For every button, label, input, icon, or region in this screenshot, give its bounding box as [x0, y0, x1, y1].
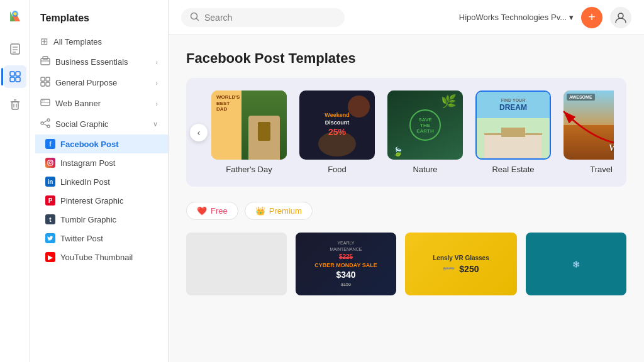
- svg-rect-11: [12, 102, 18, 109]
- category-item-real-estate[interactable]: FIND YOUR DREAM Real Estate: [475, 90, 551, 174]
- twitter-icon: [45, 233, 55, 243]
- svg-point-29: [47, 125, 50, 128]
- sidebar-item-general-purpose[interactable]: General Purpose ›: [30, 72, 168, 93]
- filter-premium-label: Premium: [269, 206, 302, 216]
- header-right: HipoWorks Technologies Pv... ▾ +: [459, 7, 631, 28]
- sidebar-item-linkedin-post[interactable]: in LinkedIn Post: [35, 172, 168, 191]
- sidebar-item-label: Pinterest Graphic: [60, 196, 123, 206]
- template-preview-row: YEARLYMAINTENANCE $225 CYBER MONDAY SALE…: [186, 233, 626, 295]
- social-graphic-sub-items: f Facebook Post Instagram Post in Linked…: [30, 134, 168, 266]
- user-profile-button[interactable]: [610, 7, 631, 28]
- svg-rect-9: [10, 77, 14, 82]
- sidebar-item-label: Web Banner: [55, 99, 101, 108]
- carousel-inner: WORLD'SBESTDAD Father's Day: [211, 90, 614, 174]
- web-banner-icon: [40, 97, 50, 109]
- sidebar-item-youtube-thumbnail[interactable]: ▶ YouTube Thumbnail: [35, 248, 168, 266]
- category-label: Father's Day: [226, 165, 272, 174]
- crown-icon: 👑: [255, 206, 265, 216]
- svg-point-28: [47, 119, 50, 121]
- sidebar-item-twitter-post[interactable]: Twitter Post: [35, 229, 168, 248]
- filter-row: ❤️ Free 👑 Premium: [186, 202, 626, 220]
- social-graphic-icon: [40, 118, 50, 130]
- template-card-cyber-monday[interactable]: YEARLYMAINTENANCE $225 CYBER MONDAY SALE…: [296, 233, 396, 295]
- search-input[interactable]: [204, 13, 336, 23]
- svg-rect-17: [43, 57, 48, 59]
- category-img-food: Weekend Discount 25%: [299, 90, 375, 160]
- sidebar-item-label: Business Essentials: [55, 57, 128, 67]
- svg-rect-10: [16, 77, 20, 82]
- all-templates-icon: ⊞: [40, 36, 48, 47]
- svg-rect-7: [10, 72, 14, 76]
- sidebar-item-label: YouTube Thumbnail: [60, 253, 133, 262]
- docs-nav-icon[interactable]: [4, 38, 26, 60]
- category-item-fathers-day[interactable]: WORLD'SBESTDAD Father's Day: [211, 90, 287, 174]
- template-card-lensly[interactable]: Lensly VR Glasses $375 $250: [405, 233, 517, 295]
- add-icon: +: [588, 10, 596, 25]
- search-box[interactable]: [181, 8, 345, 27]
- dropdown-chevron-icon: ▾: [569, 13, 574, 22]
- svg-rect-21: [41, 82, 45, 86]
- sidebar-item-label: Instagram Post: [60, 158, 115, 168]
- category-label: Real Estate: [492, 165, 534, 174]
- svg-point-24: [42, 101, 43, 102]
- sidebar-item-label: Tumblr Graphic: [60, 215, 116, 224]
- chevron-right-icon: ›: [155, 58, 158, 66]
- category-img-fathers-day: WORLD'SBESTDAD: [211, 90, 287, 160]
- add-button[interactable]: +: [581, 7, 602, 28]
- pinterest-icon: P: [45, 195, 55, 206]
- search-icon: [190, 12, 199, 23]
- svg-rect-22: [46, 82, 50, 86]
- trash-nav-icon[interactable]: [4, 93, 26, 116]
- svg-rect-32: [48, 160, 53, 165]
- sidebar-item-label: Social Graphic: [55, 119, 109, 129]
- svg-line-36: [196, 18, 198, 20]
- filter-premium-pill[interactable]: 👑 Premium: [245, 202, 313, 220]
- sidebar: Templates ⊞ All Templates Business Essen…: [30, 0, 169, 362]
- company-name-dropdown[interactable]: HipoWorks Technologies Pv... ▾: [459, 13, 574, 22]
- sidebar-item-label: Facebook Post: [60, 140, 118, 149]
- sidebar-item-label: All Templates: [53, 37, 102, 47]
- facebook-icon: f: [45, 139, 55, 149]
- svg-line-30: [43, 121, 47, 123]
- category-label: Nature: [413, 165, 437, 174]
- template-card-blank[interactable]: [186, 233, 287, 295]
- svg-point-34: [52, 161, 52, 162]
- sidebar-item-facebook-post[interactable]: f Facebook Post: [35, 134, 168, 153]
- templates-nav-icon[interactable]: [4, 65, 26, 88]
- sidebar-item-label: General Purpose: [55, 78, 117, 87]
- sidebar-item-all-templates[interactable]: ⊞ All Templates: [30, 31, 168, 52]
- svg-rect-20: [46, 77, 50, 81]
- instagram-icon: [45, 158, 55, 168]
- sidebar-item-tumblr-graphic[interactable]: t Tumblr Graphic: [35, 210, 168, 229]
- page-title: Facebook Post Templates: [186, 50, 626, 67]
- category-img-travel: Venice AWESOME: [564, 90, 614, 160]
- filter-free-pill[interactable]: ❤️ Free: [186, 202, 238, 220]
- icon-bar: [0, 0, 30, 362]
- category-img-nature: SAVETHEEARTH 🌿 🍃: [387, 90, 463, 160]
- company-name-text: HipoWorks Technologies Pv...: [459, 13, 567, 22]
- app-logo[interactable]: [5, 6, 25, 26]
- chevron-right-icon: ›: [155, 100, 158, 107]
- heart-icon: ❤️: [197, 206, 207, 216]
- content-area: Facebook Post Templates ‹ WORLD'SBESTDAD: [169, 35, 644, 362]
- sidebar-item-pinterest-graphic[interactable]: P Pinterest Graphic: [35, 191, 168, 210]
- chevron-right-icon: ›: [155, 79, 158, 87]
- sidebar-item-instagram-post[interactable]: Instagram Post: [35, 153, 168, 172]
- svg-point-27: [41, 122, 43, 124]
- filter-free-label: Free: [211, 206, 228, 216]
- svg-point-25: [43, 101, 45, 102]
- category-item-nature[interactable]: SAVETHEEARTH 🌿 🍃 Nature: [387, 90, 463, 174]
- svg-rect-19: [41, 77, 45, 81]
- sidebar-item-label: Twitter Post: [60, 234, 103, 243]
- svg-rect-8: [16, 72, 20, 76]
- sidebar-item-social-graphic[interactable]: Social Graphic ∨: [30, 114, 168, 134]
- sidebar-item-business-essentials[interactable]: Business Essentials ›: [30, 52, 168, 72]
- chevron-down-icon: ∨: [153, 120, 158, 128]
- carousel-prev-button[interactable]: ‹: [190, 124, 208, 141]
- template-card-holiday[interactable]: ❄️: [526, 233, 626, 295]
- category-item-travel[interactable]: Venice AWESOME Travel: [564, 90, 614, 174]
- category-carousel: ‹ WORLD'SBESTDAD: [186, 78, 626, 187]
- header: HipoWorks Technologies Pv... ▾ +: [169, 0, 644, 35]
- category-item-food[interactable]: Weekend Discount 25% Food: [299, 90, 375, 174]
- sidebar-item-web-banner[interactable]: Web Banner ›: [30, 93, 168, 114]
